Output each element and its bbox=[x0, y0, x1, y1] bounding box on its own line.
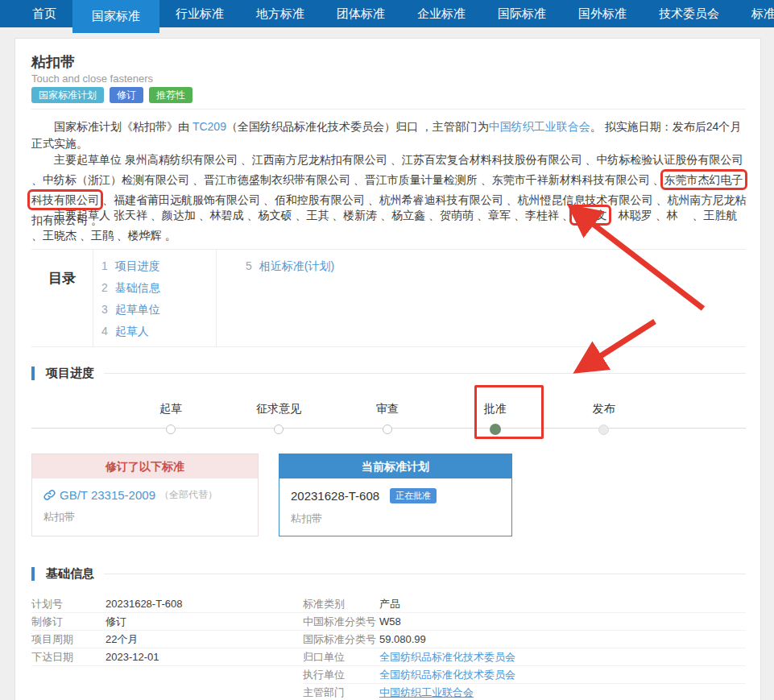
info-row-standard-category: 标准类别产品 bbox=[303, 595, 746, 613]
info-label: 计划号 bbox=[31, 597, 106, 611]
info-value: 59.080.99 bbox=[379, 633, 426, 645]
nav-item-national-standards[interactable]: 国家标准 bbox=[72, 0, 159, 33]
step-label: 征求意见 bbox=[242, 402, 315, 416]
nav-item-home[interactable]: 首页 bbox=[16, 0, 72, 27]
intro-paragraph: 国家标准计划《粘扣带》由 TC209（全国纺织品标准化技术委员会）归口 ，主管部… bbox=[31, 118, 750, 152]
toc-column-2: 5相近标准(计划) bbox=[217, 250, 334, 346]
highlighted-drafter: 许建文 bbox=[573, 209, 607, 222]
nav-item-standardization-talent[interactable]: 标准化人才 bbox=[735, 0, 774, 27]
drafters-paragraph: 主要起草人 张天祥 、颜达加 、林碧成 、杨文硕 、王其 、楼新涛 、杨立鑫 、… bbox=[31, 205, 750, 246]
link-icon bbox=[43, 489, 56, 501]
step-dot bbox=[383, 425, 392, 434]
replaced-card-header: 修订了以下标准 bbox=[32, 454, 258, 478]
step-approval: 批准 bbox=[459, 402, 532, 435]
nav-item-industry-standards[interactable]: 行业标准 bbox=[159, 0, 240, 27]
badge-national-plan: 国家标准计划 bbox=[31, 87, 104, 103]
competent-department-link[interactable]: 中国纺织工业联合会 bbox=[379, 686, 474, 700]
section-header-progress: 项目进度 bbox=[31, 366, 746, 381]
department-link[interactable]: 中国纺织工业联合会 bbox=[489, 120, 590, 133]
toc-item-units[interactable]: 3起草单位 bbox=[101, 299, 216, 321]
header-divider bbox=[31, 109, 746, 110]
badge-row: 国家标准计划 修订 推荐性 bbox=[31, 87, 192, 103]
info-row-plan-number: 计划号20231628-T-608 bbox=[31, 595, 303, 613]
toc-title: 目录 bbox=[31, 250, 93, 346]
section-accent-bar bbox=[31, 567, 35, 581]
step-dot-current bbox=[490, 424, 501, 435]
info-value: W58 bbox=[379, 615, 401, 628]
info-value: 2023-12-01 bbox=[106, 651, 159, 663]
nav-item-foreign-standards[interactable]: 国外标准 bbox=[562, 0, 643, 27]
nav-item-technical-committee[interactable]: 技术委员会 bbox=[643, 0, 735, 27]
toc-link-basic-info[interactable]: 基础信息 bbox=[115, 281, 160, 294]
section-accent-bar bbox=[31, 367, 35, 380]
nav-item-enterprise-standards[interactable]: 企业标准 bbox=[401, 0, 482, 27]
drafters-label: 主要起草人 bbox=[54, 209, 114, 222]
info-value: 产品 bbox=[379, 597, 400, 611]
info-value: 22个月 bbox=[106, 632, 138, 647]
current-plan-card: 当前标准计划 20231628-T-608 正在批准 粘扣带 bbox=[279, 454, 512, 536]
toc-item-basic-info[interactable]: 2基础信息 bbox=[101, 277, 216, 299]
page-subtitle-english: Touch and close fasteners bbox=[31, 72, 153, 85]
info-label: 标准类别 bbox=[303, 597, 379, 611]
toc-item-progress[interactable]: 1项目进度 bbox=[101, 255, 216, 277]
plan-status-badge: 正在批准 bbox=[390, 488, 437, 503]
info-label: 国际标准分类号 bbox=[303, 632, 379, 647]
info-label: 制修订 bbox=[31, 615, 106, 629]
intro-text-1: 国家标准计划《粘扣带》由 bbox=[54, 120, 192, 133]
tc209-link[interactable]: TC209 bbox=[192, 120, 226, 133]
step-dot bbox=[598, 425, 609, 435]
executing-unit-link[interactable]: 全国纺织品标准化技术委员会 bbox=[379, 668, 515, 682]
toc-link-progress[interactable]: 项目进度 bbox=[115, 259, 160, 272]
nav-item-group-standards[interactable]: 团体标准 bbox=[321, 0, 401, 27]
basic-info-right-column: 标准类别产品 中国标准分类号W58 国际标准分类号59.080.99 归口单位全… bbox=[303, 595, 746, 700]
toc-column-1: 1项目进度 2基础信息 3起草单位 4起草人 bbox=[93, 250, 217, 346]
info-row-executing-unit: 执行单位全国纺织品标准化技术委员会 bbox=[303, 666, 746, 684]
basic-info-left-column: 计划号20231628-T-608 制修订修订 项目周期22个月 下达日期202… bbox=[31, 595, 303, 666]
section-title-progress: 项目进度 bbox=[46, 366, 94, 381]
toc-link-drafters[interactable]: 起草人 bbox=[115, 325, 149, 338]
replaced-standard-link[interactable]: GB/T 23315-2009 bbox=[60, 488, 155, 502]
nav-item-international-standards[interactable]: 国际标准 bbox=[482, 0, 562, 27]
info-row-centralized-unit: 归口单位全国纺织品标准化技术委员会 bbox=[303, 648, 746, 666]
toc-item-drafters[interactable]: 4起草人 bbox=[101, 321, 216, 342]
progress-stepper: 起草 征求意见 审查 批准 发布 bbox=[31, 397, 746, 455]
info-row-ccs-code: 中国标准分类号W58 bbox=[303, 613, 746, 631]
current-card-header: 当前标准计划 bbox=[279, 454, 511, 478]
units-label: 主要起草单位 bbox=[54, 153, 125, 166]
section-rule bbox=[104, 373, 746, 374]
main-content-card: 粘扣带 Touch and close fasteners 国家标准计划 修订 … bbox=[14, 38, 761, 700]
toc-number: 2 bbox=[101, 281, 108, 294]
step-label: 批准 bbox=[459, 402, 532, 416]
step-dot bbox=[274, 425, 284, 434]
step-label: 起草 bbox=[135, 402, 207, 416]
step-publish: 发布 bbox=[567, 402, 639, 435]
units-before: 泉州高精纺织有限公司 、江西南方尼龙粘扣有限公司 、江苏百宏复合材料科技股份有限… bbox=[31, 153, 743, 186]
nav-item-local-standards[interactable]: 地方标准 bbox=[240, 0, 321, 27]
section-rule bbox=[104, 574, 746, 574]
page-title: 粘扣带 bbox=[31, 52, 75, 72]
current-plan-name: 粘扣带 bbox=[291, 512, 500, 526]
info-label: 项目周期 bbox=[31, 632, 106, 647]
toc-number: 1 bbox=[101, 259, 108, 272]
toc-link-units[interactable]: 起草单位 bbox=[115, 303, 160, 316]
toc-number: 4 bbox=[101, 325, 108, 338]
info-row-ics-code: 国际标准分类号59.080.99 bbox=[303, 631, 746, 648]
info-label: 中国标准分类号 bbox=[303, 615, 379, 629]
info-label: 下达日期 bbox=[31, 650, 106, 665]
section-title-basic-info: 基础信息 bbox=[46, 566, 94, 582]
drafters-before: 张天祥 、颜达加 、林碧成 、杨文硕 、王其 、楼新涛 、杨立鑫 、贺萌萌 、章… bbox=[114, 209, 573, 222]
info-value: 修订 bbox=[106, 615, 126, 629]
step-comments: 征求意见 bbox=[242, 402, 315, 434]
toc-link-similar[interactable]: 相近标准(计划) bbox=[259, 259, 334, 272]
table-of-contents: 目录 1项目进度 2基础信息 3起草单位 4起草人 5相近标准(计划) bbox=[31, 249, 746, 347]
toc-item-similar[interactable]: 5相近标准(计划) bbox=[246, 255, 334, 277]
info-row-revision-type: 制修订修订 bbox=[31, 613, 303, 631]
replaced-note: （全部代替） bbox=[159, 488, 217, 502]
toc-number: 3 bbox=[101, 303, 108, 316]
info-row-competent-department: 主管部门中国纺织工业联合会 bbox=[303, 684, 746, 700]
plan-number: 20231628-T-608 bbox=[291, 489, 379, 503]
step-label: 审查 bbox=[351, 402, 424, 416]
step-review: 审查 bbox=[351, 402, 424, 434]
centralized-unit-link[interactable]: 全国纺织品标准化技术委员会 bbox=[379, 650, 515, 665]
step-label: 发布 bbox=[567, 402, 639, 416]
